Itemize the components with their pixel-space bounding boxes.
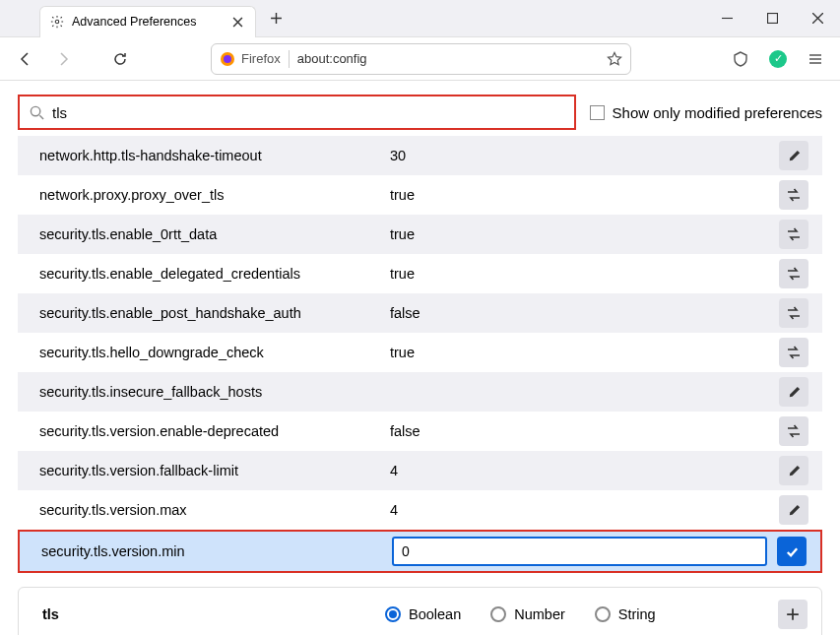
pref-value: 30 [390, 148, 779, 163]
extension-icon[interactable]: ✓ [763, 44, 793, 74]
pref-value: true [390, 266, 779, 282]
pref-name: security.tls.version.min [41, 543, 392, 559]
pref-name: security.tls.enable_delegated_credential… [39, 266, 390, 282]
pref-value: true [390, 226, 779, 242]
pref-name: security.tls.version.enable-deprecated [39, 423, 390, 439]
radio-label: Boolean [409, 606, 461, 622]
add-button[interactable] [778, 600, 808, 629]
pref-value: false [390, 423, 779, 439]
type-radio-group: BooleanNumberString [385, 606, 778, 622]
pref-row[interactable]: security.tls.version.fallback-limit4 [18, 451, 822, 490]
new-tab-button[interactable] [262, 5, 290, 32]
svg-point-0 [55, 20, 59, 24]
window-titlebar: Advanced Preferences [0, 0, 840, 37]
radio-label: Number [514, 606, 565, 622]
pref-value: 4 [390, 502, 779, 518]
pref-row[interactable]: security.tls.hello_downgrade_checktrue [18, 333, 822, 372]
forward-button[interactable] [47, 43, 79, 75]
pref-name: security.tls.version.fallback-limit [39, 463, 390, 478]
radio-icon [385, 606, 401, 622]
pref-row[interactable]: security.tls.version.enable-deprecatedfa… [18, 412, 822, 451]
maximize-button[interactable] [749, 0, 795, 37]
toggle-button[interactable] [779, 259, 808, 288]
pref-name: network.http.tls-handshake-timeout [39, 148, 390, 163]
toggle-button[interactable] [779, 416, 808, 446]
pref-value: false [390, 305, 779, 321]
show-modified-checkbox-label[interactable]: Show only modified preferences [590, 104, 822, 121]
tab-close-icon[interactable] [229, 14, 245, 30]
pref-value: 4 [390, 463, 779, 478]
checkbox-text: Show only modified preferences [613, 104, 822, 121]
toggle-button[interactable] [779, 220, 808, 249]
pref-row-editing[interactable]: security.tls.version.min [18, 530, 822, 573]
pref-row[interactable]: security.tls.enable_delegated_credential… [18, 254, 822, 293]
edit-button[interactable] [779, 377, 808, 407]
pref-row[interactable]: security.tls.enable_0rtt_datatrue [18, 215, 822, 254]
search-icon [30, 105, 44, 120]
show-modified-checkbox[interactable] [590, 105, 605, 120]
url-text[interactable]: about:config [297, 51, 599, 66]
pref-row[interactable]: security.tls.enable_post_handshake_authf… [18, 293, 822, 333]
pref-name: network.proxy.proxy_over_tls [39, 187, 390, 203]
urlbar-separator [289, 50, 290, 68]
content-scroll-area[interactable]: Show only modified preferences network.h… [0, 81, 840, 635]
firefox-icon [220, 51, 235, 67]
browser-tab[interactable]: Advanced Preferences [39, 6, 256, 37]
pref-name: security.tls.version.max [39, 502, 390, 518]
preference-list: network.http.tls-handshake-timeout30netw… [18, 136, 822, 573]
toggle-button[interactable] [779, 338, 808, 367]
gear-icon [50, 15, 64, 29]
url-bar[interactable]: Firefox about:config [211, 43, 631, 75]
edit-button[interactable] [779, 495, 808, 525]
pref-name: security.tls.enable_0rtt_data [39, 226, 390, 242]
search-input[interactable] [52, 104, 564, 121]
pref-name: security.tls.enable_post_handshake_auth [39, 305, 390, 321]
window-controls [704, 0, 840, 37]
add-pref-name: tls [42, 606, 385, 622]
type-radio-string[interactable]: String [595, 606, 656, 622]
menu-button[interactable] [801, 44, 830, 74]
bookmark-star-icon[interactable] [607, 51, 622, 67]
edit-button[interactable] [779, 456, 808, 485]
browser-toolbar: Firefox about:config ✓ [0, 37, 840, 81]
pref-row[interactable]: network.http.tls-handshake-timeout30 [18, 136, 822, 175]
back-button[interactable] [10, 43, 41, 75]
radio-icon [595, 606, 611, 622]
toggle-button[interactable] [779, 298, 808, 328]
close-button[interactable] [795, 0, 840, 37]
search-box [18, 95, 576, 130]
svg-point-3 [224, 55, 231, 63]
pref-value-input[interactable] [392, 537, 767, 566]
pref-row[interactable]: network.proxy.proxy_over_tlstrue [18, 175, 822, 215]
svg-point-4 [31, 106, 39, 115]
pocket-icon[interactable] [726, 44, 755, 74]
pref-name: security.tls.insecure_fallback_hosts [39, 384, 390, 400]
pref-value: true [390, 187, 779, 203]
pref-name: security.tls.hello_downgrade_check [39, 345, 390, 360]
reload-button[interactable] [104, 43, 136, 75]
edit-button[interactable] [779, 141, 808, 170]
add-preference-bar: tls BooleanNumberString [18, 587, 822, 635]
radio-icon [490, 606, 506, 622]
radio-label: String [618, 606, 656, 622]
svg-rect-1 [767, 14, 777, 24]
toggle-button[interactable] [779, 180, 808, 210]
identity-box[interactable]: Firefox [220, 51, 281, 67]
identity-label: Firefox [241, 51, 281, 66]
pref-row[interactable]: security.tls.insecure_fallback_hosts [18, 372, 822, 412]
pref-row[interactable]: security.tls.version.max4 [18, 490, 822, 530]
pref-value: true [390, 345, 779, 360]
tab-title: Advanced Preferences [72, 15, 222, 29]
type-radio-boolean[interactable]: Boolean [385, 606, 461, 622]
minimize-button[interactable] [704, 0, 749, 37]
type-radio-number[interactable]: Number [490, 606, 565, 622]
save-button[interactable] [777, 537, 807, 566]
